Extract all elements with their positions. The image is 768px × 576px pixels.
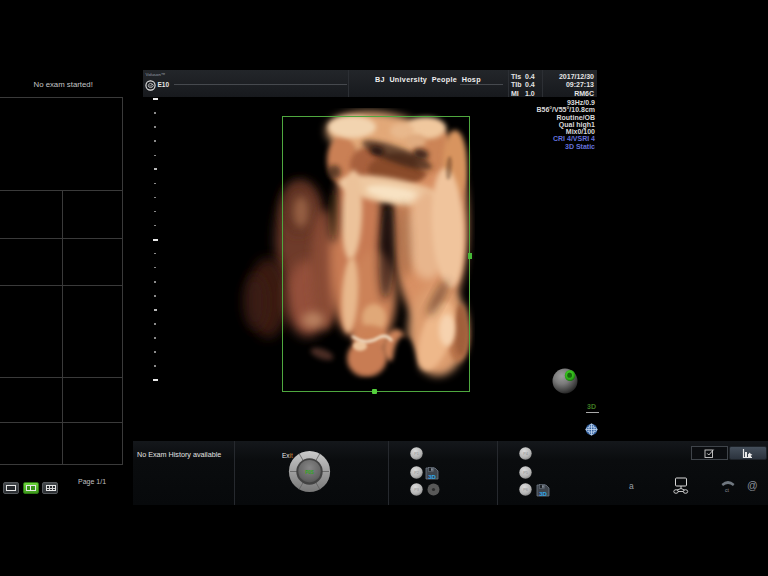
svg-text:P5: P5 <box>523 471 528 475</box>
svg-text:P6: P6 <box>523 488 528 492</box>
svg-text:P4: P4 <box>523 452 528 456</box>
svg-text:P0S: P0S <box>305 470 314 475</box>
svg-text:P1: P1 <box>414 452 419 456</box>
svg-text:3D: 3D <box>539 490 547 496</box>
svg-text:P3: P3 <box>414 488 419 492</box>
svg-text:P2: P2 <box>414 471 419 475</box>
svg-text:3D: 3D <box>428 474 436 480</box>
